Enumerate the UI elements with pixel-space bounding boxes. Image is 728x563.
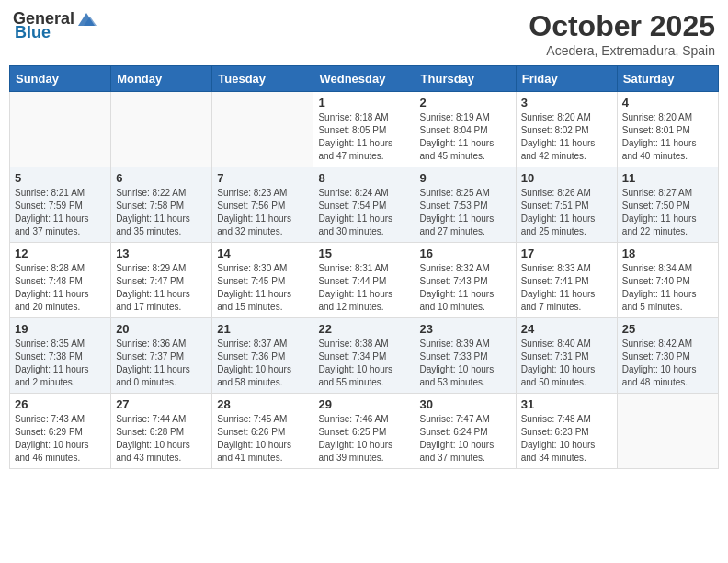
day-info-line: Daylight: 10 hours and 55 minutes. (318, 363, 409, 389)
day-info-line: Sunset: 7:31 PM (521, 350, 612, 363)
day-info-line: Sunset: 7:58 PM (116, 200, 207, 213)
day-info-line: Daylight: 11 hours and 10 minutes. (420, 288, 511, 314)
day-info-line: Daylight: 11 hours and 30 minutes. (318, 213, 409, 238)
day-info-line: Sunrise: 8:24 AM (318, 187, 409, 200)
day-info-line: Sunset: 7:45 PM (217, 275, 308, 288)
column-header-wednesday: Wednesday (313, 66, 415, 92)
day-info-line: Sunset: 7:43 PM (420, 275, 511, 288)
day-info-line: Sunset: 7:41 PM (521, 275, 612, 288)
logo: General Blue (13, 9, 97, 42)
day-info-line: Daylight: 11 hours and 25 minutes. (521, 213, 612, 238)
day-info-line: Sunrise: 8:26 AM (521, 187, 612, 200)
day-number: 8 (318, 171, 409, 185)
calendar-cell: 25Sunrise: 8:42 AMSunset: 7:30 PMDayligh… (617, 318, 718, 394)
location-subtitle: Acedera, Extremadura, Spain (529, 43, 715, 58)
calendar-cell: 7Sunrise: 8:23 AMSunset: 7:56 PMDaylight… (212, 167, 313, 243)
day-info-line: Daylight: 11 hours and 22 minutes. (622, 213, 713, 238)
day-info-line: Sunrise: 7:47 AM (420, 413, 511, 426)
column-header-saturday: Saturday (617, 66, 718, 92)
calendar-cell: 23Sunrise: 8:39 AMSunset: 7:33 PMDayligh… (415, 318, 516, 394)
day-info-line: Daylight: 10 hours and 41 minutes. (217, 439, 308, 465)
day-number: 1 (318, 96, 409, 109)
day-number: 29 (318, 397, 409, 411)
day-info-line: Sunrise: 8:40 AM (521, 338, 612, 350)
day-info-line: Daylight: 11 hours and 20 minutes. (15, 288, 106, 314)
calendar-cell: 3Sunrise: 8:20 AMSunset: 8:02 PMDaylight… (516, 92, 617, 167)
day-info-line: Daylight: 10 hours and 50 minutes. (521, 363, 612, 389)
day-number: 9 (420, 171, 511, 185)
day-info-line: Daylight: 10 hours and 53 minutes. (420, 363, 511, 389)
day-info-line: Sunset: 8:02 PM (521, 124, 612, 137)
day-info-line: Sunrise: 8:19 AM (420, 111, 511, 124)
calendar-cell: 28Sunrise: 7:45 AMSunset: 6:26 PMDayligh… (212, 394, 313, 469)
calendar-cell: 17Sunrise: 8:33 AMSunset: 7:41 PMDayligh… (516, 243, 617, 318)
calendar-cell: 18Sunrise: 8:34 AMSunset: 7:40 PMDayligh… (617, 243, 718, 318)
day-info-line: Sunrise: 8:34 AM (622, 262, 713, 275)
day-info-line: Sunset: 7:48 PM (15, 275, 106, 288)
calendar-week-row: 1Sunrise: 8:18 AMSunset: 8:05 PMDaylight… (10, 92, 719, 167)
day-number: 10 (521, 171, 612, 185)
column-header-thursday: Thursday (415, 66, 516, 92)
calendar-cell (212, 92, 313, 167)
calendar-cell: 19Sunrise: 8:35 AMSunset: 7:38 PMDayligh… (10, 318, 111, 394)
day-info-line: Sunrise: 7:45 AM (217, 413, 308, 426)
day-info-line: Sunrise: 8:29 AM (116, 262, 207, 275)
calendar-cell: 24Sunrise: 8:40 AMSunset: 7:31 PMDayligh… (516, 318, 617, 394)
calendar-header-row: SundayMondayTuesdayWednesdayThursdayFrid… (10, 66, 719, 92)
day-number: 17 (521, 247, 612, 260)
day-number: 16 (420, 247, 511, 260)
calendar-cell (10, 92, 111, 167)
day-info-line: Sunset: 8:04 PM (420, 124, 511, 137)
day-info-line: Sunset: 7:36 PM (217, 350, 308, 363)
day-info-line: Daylight: 11 hours and 37 minutes. (15, 213, 106, 238)
day-info-line: Sunset: 7:53 PM (420, 200, 511, 213)
day-number: 6 (116, 171, 207, 185)
day-info-line: Sunset: 7:34 PM (318, 350, 409, 363)
day-info-line: Sunset: 8:05 PM (318, 124, 409, 137)
day-info-line: Daylight: 11 hours and 42 minutes. (521, 137, 612, 163)
day-info-line: Sunrise: 8:37 AM (217, 338, 308, 350)
day-info-line: Daylight: 11 hours and 45 minutes. (420, 137, 511, 163)
day-info-line: Daylight: 11 hours and 0 minutes. (116, 363, 207, 389)
calendar-cell: 27Sunrise: 7:44 AMSunset: 6:28 PMDayligh… (111, 394, 212, 469)
calendar-cell: 11Sunrise: 8:27 AMSunset: 7:50 PMDayligh… (617, 167, 718, 243)
day-info-line: Daylight: 10 hours and 48 minutes. (622, 363, 713, 389)
page-header: General Blue October 2025 Acedera, Extre… (9, 9, 719, 58)
day-number: 7 (217, 171, 308, 185)
calendar-cell: 6Sunrise: 8:22 AMSunset: 7:58 PMDaylight… (111, 167, 212, 243)
day-info-line: Sunrise: 7:46 AM (318, 413, 409, 426)
day-info-line: Sunrise: 8:21 AM (15, 187, 106, 200)
day-info-line: Sunset: 7:44 PM (318, 275, 409, 288)
day-info-line: Sunrise: 8:42 AM (622, 338, 713, 350)
day-info-line: Daylight: 11 hours and 2 minutes. (15, 363, 106, 389)
day-info-line: Sunrise: 8:18 AM (318, 111, 409, 124)
day-number: 27 (116, 397, 207, 411)
day-info-line: Sunset: 7:54 PM (318, 200, 409, 213)
day-info-line: Sunrise: 8:38 AM (318, 338, 409, 350)
day-info-line: Sunrise: 8:25 AM (420, 187, 511, 200)
day-info-line: Sunset: 7:40 PM (622, 275, 713, 288)
day-info-line: Sunrise: 8:27 AM (622, 187, 713, 200)
day-info-line: Sunset: 7:38 PM (15, 350, 106, 363)
calendar-week-row: 19Sunrise: 8:35 AMSunset: 7:38 PMDayligh… (10, 318, 719, 394)
day-info-line: Sunset: 6:26 PM (217, 426, 308, 439)
calendar-week-row: 5Sunrise: 8:21 AMSunset: 7:59 PMDaylight… (10, 167, 719, 243)
column-header-tuesday: Tuesday (212, 66, 313, 92)
day-info-line: Daylight: 11 hours and 12 minutes. (318, 288, 409, 314)
day-info-line: Daylight: 11 hours and 35 minutes. (116, 213, 207, 238)
day-info-line: Sunrise: 8:23 AM (217, 187, 308, 200)
day-info-line: Daylight: 11 hours and 27 minutes. (420, 213, 511, 238)
day-info-line: Sunrise: 8:31 AM (318, 262, 409, 275)
calendar-cell: 2Sunrise: 8:19 AMSunset: 8:04 PMDaylight… (415, 92, 516, 167)
calendar-cell: 14Sunrise: 8:30 AMSunset: 7:45 PMDayligh… (212, 243, 313, 318)
day-info-line: Daylight: 10 hours and 39 minutes. (318, 439, 409, 465)
calendar-cell (617, 394, 718, 469)
day-info-line: Daylight: 11 hours and 32 minutes. (217, 213, 308, 238)
day-number: 19 (15, 322, 106, 336)
day-info-line: Sunrise: 7:48 AM (521, 413, 612, 426)
day-number: 2 (420, 96, 511, 109)
day-number: 30 (420, 397, 511, 411)
day-number: 28 (217, 397, 308, 411)
calendar-cell: 4Sunrise: 8:20 AMSunset: 8:01 PMDaylight… (617, 92, 718, 167)
day-info-line: Daylight: 11 hours and 7 minutes. (521, 288, 612, 314)
